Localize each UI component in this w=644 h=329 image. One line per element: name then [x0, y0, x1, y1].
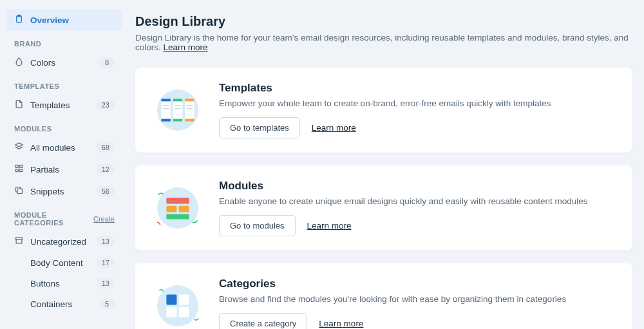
- count-badge: 8: [99, 57, 115, 68]
- svg-rect-26: [166, 206, 176, 212]
- section-header-module-categories: MODULE CATEGORIES Create: [6, 202, 122, 230]
- learn-more-link[interactable]: Learn more: [164, 42, 208, 52]
- learn-more-link[interactable]: Learn more: [319, 319, 363, 328]
- svg-rect-9: [161, 99, 170, 121]
- count-badge: 17: [97, 258, 115, 268]
- svg-rect-30: [166, 294, 176, 305]
- sidebar-item-label: Partials: [30, 165, 59, 174]
- card-title: Templates: [219, 82, 616, 95]
- count-badge: 68: [97, 142, 115, 153]
- card-title: Modules: [219, 180, 616, 193]
- svg-rect-16: [173, 119, 182, 122]
- palette-icon: [14, 57, 24, 68]
- sidebar-item-overview[interactable]: Overview: [6, 9, 122, 31]
- svg-rect-20: [187, 105, 193, 106]
- card-modules: Modules Enable anyone to create unique e…: [135, 165, 632, 250]
- sidebar-item-label: Templates: [30, 100, 70, 110]
- count-badge: 13: [97, 278, 115, 288]
- document-icon: [14, 99, 24, 111]
- go-to-modules-button[interactable]: Go to modules: [219, 215, 296, 236]
- sidebar-item-body-content[interactable]: Body Content 17: [6, 252, 122, 273]
- card-templates: Templates Empower your whole team to cre…: [135, 68, 632, 153]
- sidebar-item-colors[interactable]: Colors 8: [6, 52, 122, 73]
- svg-rect-4: [16, 169, 19, 172]
- svg-rect-25: [166, 198, 189, 204]
- svg-rect-22: [175, 108, 181, 109]
- svg-rect-2: [16, 165, 19, 168]
- count-badge: 23: [97, 100, 115, 110]
- copy-icon: [14, 185, 24, 197]
- svg-point-29: [157, 285, 198, 326]
- svg-rect-11: [185, 99, 194, 121]
- sidebar-item-label: Uncategorized: [30, 237, 86, 247]
- count-badge: 12: [97, 164, 115, 174]
- create-category-link[interactable]: Create: [93, 215, 115, 223]
- page-title: Design Library: [135, 14, 632, 29]
- sidebar-item-templates[interactable]: Templates 23: [6, 94, 122, 116]
- svg-rect-6: [17, 189, 23, 194]
- learn-more-link[interactable]: Learn more: [307, 221, 352, 230]
- sidebar-item-partials[interactable]: Partials 12: [6, 158, 122, 180]
- card-description: Browse and find the modules you're looki…: [219, 294, 616, 304]
- section-header-brand: BRAND: [6, 31, 122, 52]
- main-content: Design Library Design Library is the hom…: [129, 0, 644, 329]
- svg-rect-21: [163, 108, 169, 109]
- svg-rect-31: [179, 294, 189, 305]
- sidebar-item-label: Overview: [30, 15, 69, 25]
- svg-rect-23: [187, 108, 193, 109]
- svg-rect-19: [175, 105, 181, 106]
- sidebar-item-label: Snippets: [30, 187, 64, 196]
- go-to-templates-button[interactable]: Go to templates: [219, 117, 300, 138]
- svg-rect-17: [185, 119, 194, 122]
- svg-rect-28: [166, 214, 189, 220]
- svg-rect-5: [20, 169, 23, 172]
- page-description: Design Library is the home for your team…: [135, 33, 632, 52]
- svg-rect-13: [173, 99, 182, 101]
- sidebar-item-buttons[interactable]: Buttons 13: [6, 273, 122, 294]
- svg-rect-14: [185, 99, 194, 101]
- section-header-templates: TEMPLATES: [6, 73, 122, 94]
- svg-rect-12: [161, 99, 170, 101]
- card-description: Empower your whole team to create on-bra…: [219, 99, 616, 108]
- sidebar-item-label: Buttons: [30, 279, 60, 288]
- svg-rect-33: [179, 307, 189, 317]
- svg-rect-15: [161, 119, 170, 122]
- categories-illustration: [152, 280, 204, 329]
- sidebar-item-label: Colors: [30, 58, 55, 68]
- sidebar-item-label: All modules: [30, 143, 75, 153]
- sidebar: Overview BRAND Colors 8 TEMPLATES: [0, 0, 129, 329]
- create-category-button[interactable]: Create a category: [219, 313, 307, 329]
- svg-rect-3: [20, 165, 23, 168]
- learn-more-link[interactable]: Learn more: [312, 123, 356, 133]
- modules-illustration: [152, 182, 204, 234]
- svg-rect-18: [163, 105, 169, 106]
- svg-rect-7: [16, 238, 23, 240]
- svg-rect-27: [179, 206, 189, 212]
- card-title: Categories: [219, 277, 616, 290]
- archive-icon: [14, 236, 24, 247]
- grid-icon: [14, 164, 24, 175]
- templates-illustration: [152, 84, 204, 136]
- sidebar-item-label: Body Content: [30, 258, 83, 268]
- clipboard-icon: [14, 14, 24, 26]
- card-categories: Categories Browse and find the modules y…: [135, 263, 632, 329]
- count-badge: 56: [97, 186, 115, 196]
- sidebar-item-all-modules[interactable]: All modules 68: [6, 136, 122, 158]
- svg-rect-10: [173, 99, 182, 121]
- layers-icon: [14, 142, 24, 153]
- card-description: Enable anyone to create unique email des…: [219, 196, 616, 206]
- sidebar-item-uncategorized[interactable]: Uncategorized 13: [6, 230, 122, 252]
- sidebar-item-label: Containers: [30, 299, 72, 309]
- count-badge: 5: [99, 299, 115, 309]
- sidebar-item-containers[interactable]: Containers 5: [6, 294, 122, 314]
- svg-rect-32: [166, 307, 176, 317]
- sidebar-item-snippets[interactable]: Snippets 56: [6, 180, 122, 202]
- count-badge: 13: [97, 236, 115, 247]
- section-header-modules: MODULES: [6, 116, 122, 136]
